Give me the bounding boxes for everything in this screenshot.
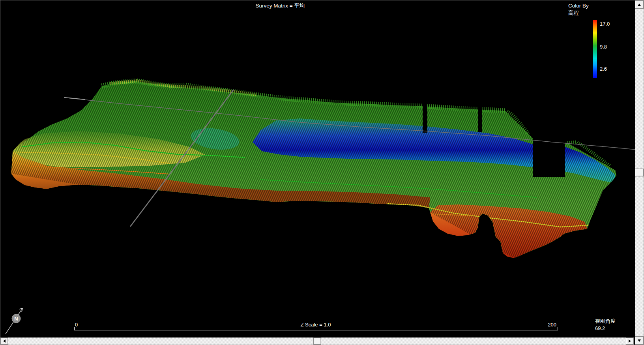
legend-title: Color By: [568, 3, 589, 9]
scroll-right-button[interactable]: [626, 338, 634, 345]
scroll-down-button[interactable]: [635, 336, 644, 345]
legend-colorbar: [593, 20, 597, 78]
legend-min-value: 2.6: [600, 66, 607, 72]
up-arrow-icon: [638, 4, 641, 6]
legend-max-value: 17.0: [600, 21, 610, 27]
scroll-up-button[interactable]: [635, 0, 644, 9]
survey-3d-window: N Survey Matrix = 平均 Color By 高程 17.0 9.…: [0, 0, 644, 345]
scroll-left-button[interactable]: [0, 338, 8, 345]
down-arrow-icon: [638, 339, 641, 342]
3d-surface-viewport[interactable]: N: [0, 0, 644, 345]
legend-mid-value: 9.8: [600, 44, 607, 50]
survey-surface: [11, 81, 616, 258]
horizontal-scrollbar-thumb[interactable]: [313, 338, 321, 345]
north-arrow-icon: N: [6, 308, 22, 334]
distance-scalebar: [74, 327, 558, 330]
view-angle-label: 视图角度: [595, 318, 616, 324]
view-title: Survey Matrix = 平均: [221, 3, 339, 9]
left-arrow-icon: [3, 339, 6, 343]
legend-color-by-field: 高程: [568, 10, 579, 16]
vertical-scrollbar[interactable]: [635, 0, 644, 345]
z-scale-label: Z Scale = 1.0: [276, 322, 355, 328]
scalebar-start-label: 0: [75, 322, 78, 328]
vertical-scrollbar-thumb[interactable]: [635, 169, 644, 176]
view-angle-value: 69.2: [595, 325, 605, 331]
svg-text:N: N: [14, 316, 18, 322]
horizontal-scrollbar[interactable]: [0, 338, 634, 345]
scalebar-end-label: 200: [525, 322, 556, 328]
right-arrow-icon: [629, 339, 631, 343]
